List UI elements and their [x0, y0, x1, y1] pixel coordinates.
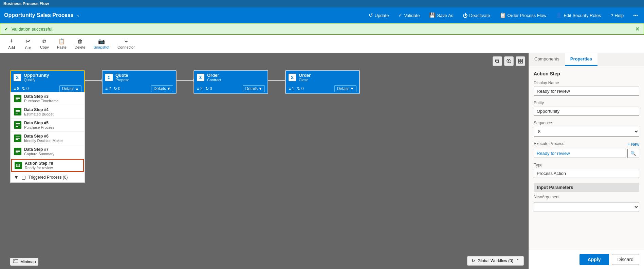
- help-button[interactable]: ? Help: [608, 11, 626, 20]
- step4-text: Data Step #4 Estimated Budget: [24, 107, 54, 116]
- minimap-bar[interactable]: Minimap: [10, 258, 38, 266]
- tab-properties[interactable]: Properties: [565, 53, 597, 66]
- svg-rect-11: [16, 97, 20, 97]
- validate-button[interactable]: ✓ Validate: [396, 11, 422, 20]
- global-workflow[interactable]: ↻ Global Workflow (0) ⌃: [467, 256, 524, 266]
- step-item-5[interactable]: Data Step #5 Purchase Process: [11, 119, 85, 132]
- display-name-group: Display Name: [534, 80, 639, 96]
- stage-order-contract-details-btn[interactable]: Details ▼: [243, 85, 265, 92]
- type-group: Type: [534, 163, 639, 178]
- title-bar-label: Business Process Flow: [3, 1, 49, 6]
- new-argument-select[interactable]: [534, 202, 639, 212]
- edit-security-roles-button[interactable]: 👤 Edit Security Roles: [554, 11, 603, 20]
- step-item-8[interactable]: Action Step #8 Ready for review: [11, 159, 84, 172]
- stage-order-contract-subtitle: Contract: [207, 78, 221, 82]
- display-name-label: Display Name: [534, 80, 639, 85]
- step-item-4[interactable]: Data Step #4 Estimated Budget: [11, 105, 85, 119]
- display-name-input[interactable]: [534, 87, 639, 96]
- edit-security-roles-icon: 👤: [556, 12, 562, 18]
- svg-rect-15: [16, 111, 20, 112]
- step3-title: Data Step #3: [24, 94, 58, 99]
- stage-order-close[interactable]: Σ Order Close ≡ 1 ↻ 0: [285, 70, 360, 94]
- execute-process-new-link[interactable]: + New: [628, 142, 639, 147]
- svg-rect-22: [16, 139, 18, 140]
- stage-quote-header: Σ Quote Propose: [103, 71, 176, 84]
- zoom-in-button[interactable]: [504, 56, 514, 66]
- svg-rect-7: [518, 59, 520, 61]
- step-item-3[interactable]: Data Step #3 Purchase Timeframe: [11, 92, 85, 105]
- tab-properties-label: Properties: [570, 56, 592, 61]
- snapshot-label: Snapshot: [94, 45, 109, 49]
- svg-rect-21: [16, 138, 20, 139]
- execute-process-search-button[interactable]: 🔍: [627, 149, 639, 158]
- nav-bar: Opportunity Sales Process ⌄ ↺ Update ✓ V…: [0, 7, 644, 23]
- validation-close-icon[interactable]: ✕: [635, 26, 640, 32]
- step7-title: Data Step #7: [24, 147, 54, 152]
- step6-icon: [14, 134, 21, 142]
- stage-quote[interactable]: Σ Quote Propose ≡ 2 ↻ 0: [102, 70, 177, 94]
- execute-process-input[interactable]: [534, 149, 626, 158]
- connector-icon: ⤷: [124, 38, 128, 44]
- nav-right: ↺ Update ✓ Validate 💾 Save As ⏻ Deactiva…: [367, 11, 640, 20]
- fit-to-screen-button[interactable]: [516, 56, 525, 66]
- stage-order-close-footer: ≡ 1 ↻ 0 Details ▼: [286, 84, 359, 93]
- type-input[interactable]: [534, 169, 639, 178]
- svg-rect-24: [16, 151, 20, 152]
- save-as-button[interactable]: 💾 Save As: [427, 11, 455, 20]
- paste-button[interactable]: 📋 Paste: [54, 37, 70, 51]
- minimap-icon: [13, 259, 18, 264]
- tab-components[interactable]: Components: [529, 53, 565, 66]
- stage-order-contract-title: Order: [207, 73, 221, 78]
- connector-1: [85, 80, 102, 81]
- validation-message: Validation successful.: [12, 26, 54, 32]
- process-name[interactable]: Opportunity Sales Process: [4, 12, 74, 18]
- stage-order-close-details-btn[interactable]: Details ▼: [334, 85, 356, 92]
- step3-icon: [14, 95, 21, 102]
- add-button[interactable]: + Add: [4, 36, 19, 51]
- svg-rect-9: [518, 61, 520, 63]
- delete-button[interactable]: 🗑 Delete: [71, 37, 89, 51]
- connector-button[interactable]: ⤷ Connector: [114, 37, 138, 51]
- stage-opportunity[interactable]: Σ Opportunity Qualify ≡ 8 ↻ 0: [10, 70, 85, 94]
- copy-label: Copy: [40, 45, 49, 49]
- deactivate-button[interactable]: ⏻ Deactivate: [461, 11, 492, 20]
- steps-icon: ≡: [14, 86, 16, 91]
- stage-opportunity-conditions-count: 0: [26, 86, 29, 91]
- stage-opportunity-details-btn[interactable]: Details ▲: [59, 85, 81, 92]
- update-icon: ↺: [369, 12, 373, 18]
- update-button[interactable]: ↺ Update: [367, 11, 391, 20]
- validation-message-container: ✔ Validation successful.: [4, 26, 54, 32]
- entity-input[interactable]: [534, 107, 639, 116]
- deactivate-icon: ⏻: [463, 13, 468, 18]
- step-item-6[interactable]: Data Step #6 Identify Decision Maker: [11, 132, 85, 145]
- sequence-select[interactable]: 8: [534, 127, 639, 137]
- sequence-label: Sequence: [534, 121, 639, 125]
- stage-opportunity-title: Opportunity: [24, 73, 49, 78]
- stage-wrapper-quote: Σ Quote Propose ≡ 2 ↻ 0: [102, 70, 177, 94]
- cut-button[interactable]: ✂ Cut: [20, 36, 35, 51]
- apply-button[interactable]: Apply: [579, 254, 609, 265]
- details-label: Details: [153, 86, 166, 91]
- more-options-button[interactable]: •••: [631, 12, 640, 19]
- zoom-controls: [493, 56, 525, 66]
- order-process-flow-button[interactable]: 📋 Order Process Flow: [498, 11, 549, 20]
- svg-rect-17: [16, 123, 20, 124]
- svg-rect-13: [16, 100, 18, 100]
- process-name-chevron[interactable]: ⌄: [76, 13, 80, 18]
- svg-line-2: [498, 62, 499, 63]
- discard-button[interactable]: Discard: [612, 254, 639, 265]
- copy-button[interactable]: ⧉ Copy: [37, 37, 52, 51]
- zoom-out-button[interactable]: [493, 56, 502, 66]
- step-item-7[interactable]: Data Step #7 Capture Summary: [11, 145, 85, 158]
- canvas[interactable]: Σ Opportunity Qualify ≡ 8 ↻ 0: [0, 53, 529, 269]
- new-argument-label: NewArgument: [534, 195, 639, 199]
- stage-order-close-header: Σ Order Close: [286, 71, 359, 84]
- triggered-process[interactable]: ▼ ▢ Triggered Process (0): [11, 173, 85, 182]
- stage-wrapper-order-contract: Σ Order Contract ≡ 2 ↻ 0: [194, 70, 268, 94]
- snapshot-button[interactable]: 📷 Snapshot: [90, 37, 113, 51]
- global-workflow-collapse-icon[interactable]: ⌃: [516, 258, 519, 263]
- stage-quote-details-btn[interactable]: Details ▼: [151, 85, 173, 92]
- stage-order-contract[interactable]: Σ Order Contract ≡ 2 ↻ 0: [194, 70, 268, 94]
- stage-order-contract-icon: Σ: [197, 74, 204, 81]
- panel-section-title: Action Step: [534, 71, 639, 76]
